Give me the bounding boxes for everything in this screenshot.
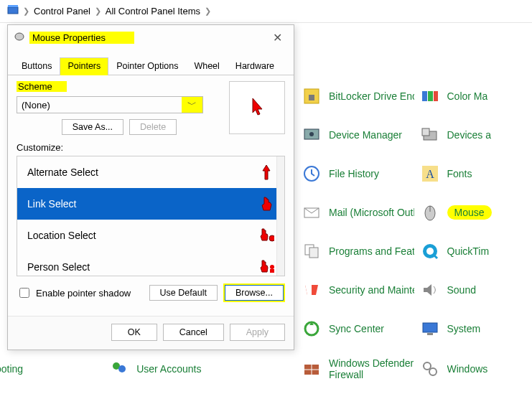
dialog-titlebar: Mouse Properties ✕: [8, 25, 294, 47]
hand-pin-icon: [258, 227, 274, 244]
cursor-preview: [229, 81, 285, 134]
cp-item-label: System: [447, 323, 481, 334]
enable-pointer-shadow-checkbox[interactable]: Enable pointer shadow: [17, 286, 131, 300]
cp-item-label: Devices a: [447, 129, 491, 141]
svg-point-20: [426, 248, 434, 255]
cp-item-bitlocker[interactable]: BitLocker Drive Encryption: [302, 86, 414, 106]
tab-buttons[interactable]: Buttons: [14, 57, 60, 75]
arrow-up-icon: [258, 164, 274, 181]
ok-button[interactable]: OK: [111, 324, 157, 341]
svg-point-8: [309, 132, 314, 136]
apply-button[interactable]: Apply: [230, 324, 285, 341]
mouse-icon: [420, 202, 440, 222]
cp-item-label: File History: [329, 168, 379, 179]
control-panel-grid: BitLocker Drive Encryption Color Ma Devi…: [302, 86, 532, 380]
list-item-label: Alternate Select: [27, 166, 98, 178]
cp-item-quicktime[interactable]: QuickTim: [420, 241, 533, 261]
cp-item-mail[interactable]: Mail (Microsoft Outlook): [302, 202, 414, 222]
svg-rect-23: [427, 333, 433, 335]
file-history-icon: [302, 164, 322, 184]
breadcrumb-item[interactable]: All Control Panel Items: [106, 6, 200, 17]
cp-item-troubleshooting[interactable]: ooting: [0, 359, 23, 379]
chevron-down-icon: ﹀: [182, 97, 202, 113]
dialog-title: Mouse Properties: [29, 32, 134, 44]
cp-item-label: Fonts: [447, 168, 472, 179]
chevron-right-icon: ❯: [23, 6, 29, 16]
cp-item-label: Mouse: [447, 205, 492, 220]
save-as-button[interactable]: Save As...: [62, 119, 123, 135]
cp-item-color-management[interactable]: Color Ma: [420, 86, 533, 106]
svg-point-33: [270, 265, 274, 269]
cp-item-devices[interactable]: Devices a: [420, 125, 533, 145]
breadcrumb-item[interactable]: Control Panel: [34, 6, 90, 17]
svg-text:A: A: [426, 168, 434, 180]
list-item-label: Link Select: [27, 198, 76, 210]
svg-rect-0: [8, 7, 18, 14]
chevron-right-icon: ❯: [95, 6, 101, 16]
tab-pointers[interactable]: Pointers: [60, 57, 108, 75]
fonts-icon: A: [420, 164, 440, 184]
cp-item-file-history[interactable]: File History: [302, 164, 414, 184]
color-icon: [420, 86, 440, 106]
hand-pointer-icon: [258, 195, 274, 212]
list-item[interactable]: Alternate Select: [17, 156, 284, 188]
control-panel-bottom-row: ooting User Accounts: [0, 359, 532, 379]
use-default-button[interactable]: Use Default: [149, 285, 218, 301]
cp-item-sound[interactable]: Sound: [420, 280, 533, 300]
svg-point-31: [15, 33, 24, 40]
cp-item-label: BitLocker Drive Encryption: [329, 90, 414, 102]
cp-item-label: ooting: [0, 363, 23, 375]
security-icon: [302, 280, 322, 300]
system-icon: [420, 319, 440, 339]
customize-label: Customize:: [17, 142, 285, 153]
cp-item-user-accounts[interactable]: User Accounts: [109, 359, 201, 379]
quicktime-icon: [420, 241, 440, 261]
chevron-right-icon: ❯: [205, 6, 211, 16]
bitlocker-icon: [302, 86, 322, 106]
list-item-selected[interactable]: Link Select: [17, 188, 284, 220]
tab-pointer-options[interactable]: Pointer Options: [108, 57, 186, 75]
svg-rect-5: [428, 91, 433, 101]
svg-rect-22: [423, 323, 437, 332]
cp-item-device-manager[interactable]: Device Manager: [302, 125, 414, 145]
sound-icon: [420, 280, 440, 300]
cp-item-label: User Accounts: [136, 363, 201, 375]
svg-rect-4: [422, 91, 427, 101]
list-item-label: Location Select: [27, 230, 96, 241]
scheme-select[interactable]: (None) ﹀: [17, 96, 203, 113]
mouse-properties-dialog: Mouse Properties ✕ Buttons Pointers Poin…: [7, 24, 294, 350]
svg-rect-34: [270, 269, 274, 273]
dialog-actions: OK Cancel Apply: [8, 316, 294, 350]
tab-strip: Buttons Pointers Pointer Options Wheel H…: [8, 47, 294, 75]
cp-item-label: Mail (Microsoft Outlook): [329, 207, 414, 218]
tab-hardware[interactable]: Hardware: [228, 57, 282, 75]
breadcrumb: ❯ Control Panel ❯ All Control Panel Item…: [0, 0, 532, 23]
list-item[interactable]: Location Select: [17, 220, 284, 251]
svg-rect-3: [309, 95, 314, 100]
close-button[interactable]: ✕: [266, 31, 288, 44]
cp-item-label: QuickTim: [447, 245, 490, 257]
list-item[interactable]: Person Select: [17, 251, 284, 276]
cp-item-fonts[interactable]: A Fonts: [420, 164, 533, 184]
cp-item-label: Device Manager: [329, 129, 402, 141]
delete-button[interactable]: Delete: [129, 119, 177, 135]
scheme-value: (None): [22, 100, 50, 111]
checkbox-input[interactable]: [19, 288, 29, 298]
browse-button[interactable]: Browse...: [225, 285, 284, 301]
svg-rect-6: [434, 91, 438, 101]
devices-icon: [420, 125, 440, 145]
svg-rect-18: [309, 248, 318, 258]
tab-wheel[interactable]: Wheel: [186, 57, 227, 75]
cp-item-security[interactable]: Security and Maintenance: [302, 280, 414, 300]
scheme-label: Scheme: [17, 81, 67, 92]
cp-item-system[interactable]: System: [420, 319, 533, 339]
sync-icon: [302, 319, 322, 339]
cp-item-sync[interactable]: Sync Center: [302, 319, 414, 339]
cancel-button[interactable]: Cancel: [163, 324, 224, 341]
cursor-listbox[interactable]: Alternate Select Link Select Location Se…: [17, 156, 285, 276]
cp-item-mouse[interactable]: Mouse: [420, 202, 533, 222]
cp-item-label: Sync Center: [329, 323, 384, 334]
users-icon: [109, 359, 129, 379]
cp-item-programs[interactable]: Programs and Features: [302, 241, 414, 261]
svg-rect-1: [8, 5, 18, 7]
